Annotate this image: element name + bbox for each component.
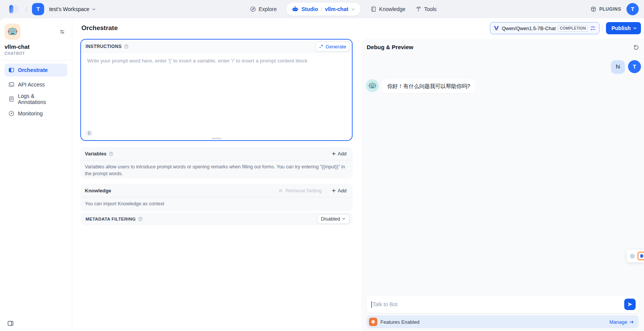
publish-button[interactable]: Publish [606, 22, 641, 34]
app-avatar[interactable] [5, 24, 21, 40]
instructions-panel: INSTRUCTIONS Generate Write your prompt … [80, 39, 353, 141]
plus-icon [331, 151, 336, 156]
restart-conversation-button[interactable] [633, 44, 639, 50]
info-icon [138, 217, 143, 221]
add-knowledge-button[interactable]: Add [330, 187, 348, 194]
orchestrate-config: INSTRUCTIONS Generate Write your prompt … [72, 38, 361, 331]
page-title: Orchestrate [81, 24, 118, 32]
robot-avatar-icon [368, 82, 377, 90]
user-avatar[interactable]: T [627, 3, 639, 15]
gauge-icon [8, 110, 14, 117]
app-window: / T test's Workspace Explore Studio [0, 0, 644, 331]
bot-chat-avatar [366, 79, 379, 92]
user-chat-avatar: T [628, 60, 641, 73]
book-icon [370, 6, 377, 12]
debug-preview-panel: Debug & Preview hi T [361, 39, 644, 331]
user-message-bubble: hi [611, 60, 625, 74]
helper-widget[interactable] [627, 249, 644, 262]
app-type-label: CHATBOT [5, 51, 67, 56]
add-variable-button[interactable]: Add [330, 150, 348, 157]
tune-icon [590, 25, 596, 31]
instructions-placeholder: Write your prompt word here, enter '{' t… [87, 58, 308, 64]
instructions-header: INSTRUCTIONS Generate [81, 40, 352, 53]
nav-knowledge[interactable]: Knowledge [370, 6, 405, 12]
knowledge-title: Knowledge [85, 188, 111, 193]
bot-message-bubble: 你好！有什么问题我可以帮助你吗? [382, 79, 475, 94]
workspace-name: test's Workspace [49, 6, 89, 12]
metadata-filtering-toggle[interactable]: Disabled [317, 214, 350, 224]
instructions-editor[interactable]: Write your prompt word here, enter '{' t… [81, 53, 352, 68]
sidebar: vllm-chat CHATBOT Orchestrate API Access… [0, 18, 72, 331]
top-nav: / T test's Workspace Explore Studio [0, 0, 644, 18]
manage-features-link[interactable]: Manage [609, 319, 634, 325]
model-selector[interactable]: Qwen/Qwen1.5-7B-Chat COMPLETION [490, 22, 599, 34]
variables-section: Variables Add Variables allow users to i… [80, 147, 353, 178]
divider [326, 188, 326, 193]
chat-messages[interactable]: hi T [361, 50, 644, 296]
generate-button[interactable]: Generate [315, 42, 350, 51]
nav-studio-label: Studio [301, 6, 318, 12]
send-icon [627, 302, 633, 307]
chevron-down-icon [633, 26, 637, 30]
explore-icon [250, 6, 256, 12]
plugins-button[interactable]: PLUGINS [590, 6, 621, 12]
chat-message-user: hi T [366, 60, 641, 74]
info-icon [109, 152, 113, 156]
arrow-right-icon [629, 320, 634, 325]
collapse-panel-icon [7, 320, 14, 326]
content-header: Orchestrate Qwen/Qwen1.5-7B-Chat COMPLET… [72, 18, 644, 38]
sparkles-icon [319, 44, 324, 49]
variables-description: Variables allow users to introduce promp… [80, 160, 353, 181]
nav-studio-pill[interactable]: Studio / vllm-chat [286, 3, 360, 16]
nav-current-app: vllm-chat [325, 6, 348, 12]
metadata-title: METADATA FILTERING [86, 217, 136, 221]
chat-message-assistant: 你好！有什么问题我可以帮助你吗? [366, 79, 641, 94]
info-icon [124, 44, 129, 49]
dify-badge-icon[interactable] [638, 252, 644, 260]
text-cursor [371, 301, 372, 308]
nav-center: Explore Studio / vllm-chat Knowledge [250, 3, 437, 16]
knowledge-header: Knowledge Retrieval Setting Add [80, 184, 353, 197]
app-settings-button[interactable] [59, 29, 65, 36]
hammer-icon [415, 6, 421, 12]
debug-title: Debug & Preview [367, 44, 413, 50]
model-tune-icon[interactable] [590, 25, 596, 31]
nav-left: / T test's Workspace [9, 3, 96, 15]
chat-input-box[interactable] [367, 296, 639, 313]
workspace-switcher[interactable]: test's Workspace [49, 6, 96, 12]
nav-tools[interactable]: Tools [415, 6, 437, 12]
chevron-down-icon [351, 7, 355, 11]
sidebar-item-orchestrate[interactable]: Orchestrate [5, 64, 67, 77]
app-shell: vllm-chat CHATBOT Orchestrate API Access… [0, 18, 644, 331]
plus-icon [331, 188, 336, 193]
model-provider-icon [493, 25, 499, 31]
drag-dot[interactable] [630, 254, 635, 259]
send-button[interactable] [624, 299, 636, 310]
nav-separator: / [25, 6, 27, 13]
robot-avatar-icon [7, 26, 18, 37]
features-bar: Features Enabled Manage [367, 315, 639, 328]
chevron-down-icon [92, 7, 96, 11]
features-icon [369, 318, 377, 326]
retrieval-icon [278, 188, 283, 193]
retrieval-setting-button[interactable]: Retrieval Setting [278, 188, 321, 193]
sidebar-item-api-access[interactable]: API Access [5, 78, 67, 91]
workspace-avatar[interactable]: T [32, 3, 44, 15]
collapse-sidebar-button[interactable] [7, 320, 14, 328]
pill-separator: / [321, 6, 322, 13]
chat-input[interactable] [373, 301, 625, 307]
nav-explore[interactable]: Explore [250, 6, 277, 12]
resize-handle[interactable] [211, 138, 221, 139]
chevron-down-icon [342, 217, 346, 221]
sidebar-item-logs-annotations[interactable]: Logs & Annotations [5, 93, 67, 106]
divider [3, 60, 69, 61]
restart-icon [633, 44, 639, 50]
content-body: INSTRUCTIONS Generate Write your prompt … [72, 38, 644, 331]
debug-header: Debug & Preview [361, 39, 644, 50]
char-count-badge: 0 [86, 130, 93, 136]
metadata-filtering-row: METADATA FILTERING Disabled [80, 213, 353, 225]
instructions-title: INSTRUCTIONS [86, 44, 122, 49]
main-content: Orchestrate Qwen/Qwen1.5-7B-Chat COMPLET… [72, 18, 644, 331]
sidebar-item-monitoring[interactable]: Monitoring [5, 107, 67, 120]
dify-logo[interactable] [9, 5, 21, 13]
